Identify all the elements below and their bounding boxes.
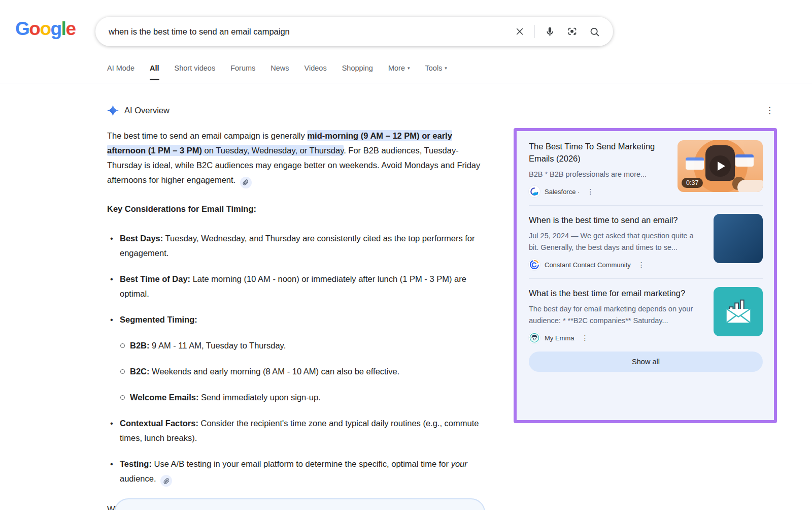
ai-overview-label: AI Overview bbox=[124, 106, 170, 115]
aio-bullet-list: Best Days: Tuesday, Wednesday, and Thurs… bbox=[107, 231, 488, 487]
search-bar[interactable] bbox=[95, 17, 613, 46]
bullet-item: Contextual Factors: Consider the recipie… bbox=[107, 416, 488, 445]
search-divider bbox=[534, 25, 535, 38]
sub-bullet-text: Weekends and early morning (8 AM - 10 AM… bbox=[150, 367, 400, 376]
chevron-down-icon: ▾ bbox=[408, 66, 410, 71]
play-button[interactable] bbox=[709, 155, 731, 177]
source-card-title[interactable]: The Best Time To Send Marketing Emails (… bbox=[529, 140, 668, 165]
video-thumbnail[interactable]: 0:37 bbox=[678, 140, 763, 192]
tab-label: All bbox=[150, 64, 159, 72]
source-name: Salesforce · bbox=[545, 188, 580, 196]
sub-bullet-label: B2B: bbox=[130, 341, 150, 350]
source-card-snippet: The best day for email marketing depends… bbox=[529, 303, 704, 327]
chevron-down-icon: ▾ bbox=[445, 66, 447, 71]
sub-bullet-text: 9 AM - 11 AM, Tuesday to Thursday. bbox=[150, 341, 286, 350]
tab-all[interactable]: All bbox=[150, 64, 159, 80]
envelope-chart-icon bbox=[723, 295, 754, 329]
source-card-text: What is the best time for email marketin… bbox=[529, 287, 704, 343]
card-divider bbox=[529, 205, 763, 206]
source-card-text: When is the best time to send an email?J… bbox=[529, 214, 704, 270]
followup-input-bar[interactable] bbox=[114, 498, 485, 510]
source-name: Constant Contact Community bbox=[545, 261, 631, 269]
card-menu-icon[interactable]: ⋮ bbox=[582, 334, 589, 342]
card-menu-icon[interactable]: ⋮ bbox=[638, 261, 646, 269]
bullet-italic-text: your bbox=[451, 459, 467, 468]
aio-intro: The best time to send an email campaign … bbox=[107, 129, 488, 188]
tab-shopping[interactable]: Shopping bbox=[342, 64, 373, 80]
tabs: AI ModeAllShort videosForumsNewsVideosSh… bbox=[107, 64, 447, 83]
bullet-item: Best Days: Tuesday, Wednesday, and Thurs… bbox=[107, 231, 488, 261]
lens-camera-icon[interactable] bbox=[565, 25, 579, 38]
bullet-label: Best Days: bbox=[120, 234, 163, 243]
tab-label: Videos bbox=[304, 64, 327, 72]
header-divider bbox=[0, 83, 812, 83]
article-thumbnail[interactable] bbox=[714, 287, 763, 336]
google-logo-letter: e bbox=[65, 18, 75, 39]
sub-bullet-item: B2B: 9 AM - 11 AM, Tuesday to Thursday. bbox=[120, 338, 488, 353]
tab-short-videos[interactable]: Short videos bbox=[175, 64, 216, 80]
tab-videos[interactable]: Videos bbox=[304, 64, 327, 80]
tab-label: Forums bbox=[230, 64, 255, 72]
thumbnail-cloud bbox=[737, 180, 763, 192]
source-card-snippet: B2B * B2B professionals are more... bbox=[529, 169, 668, 180]
my-emma-logo-icon bbox=[529, 332, 540, 343]
google-logo-letter: o bbox=[40, 18, 50, 39]
bullet-text: Tuesday, Wednesday, and Thursday are con… bbox=[120, 234, 475, 258]
source-card: When is the best time to send an email?J… bbox=[529, 214, 763, 270]
bullet-label: Best Time of Day: bbox=[120, 274, 190, 283]
tab-forums[interactable]: Forums bbox=[230, 64, 255, 80]
bullet-item: Best Time of Day: Late morning (10 AM - … bbox=[107, 272, 488, 301]
bullet-item: Segmented Timing:B2B: 9 AM - 11 AM, Tues… bbox=[107, 312, 488, 405]
card-menu-icon[interactable]: ⋮ bbox=[587, 187, 594, 196]
show-all-button[interactable]: Show all bbox=[529, 352, 763, 372]
source-card-title[interactable]: When is the best time to send an email? bbox=[529, 214, 704, 226]
source-card: The Best Time To Send Marketing Emails (… bbox=[529, 140, 763, 197]
thumbnail-chat-card bbox=[735, 154, 754, 167]
sub-bullet-label: Welcome Emails: bbox=[130, 393, 198, 402]
google-logo[interactable]: Google bbox=[15, 18, 75, 40]
source-row: Salesforce ·⋮ bbox=[529, 186, 668, 197]
card-divider bbox=[529, 278, 763, 279]
tab-tools[interactable]: Tools▾ bbox=[425, 64, 447, 80]
play-icon bbox=[718, 162, 725, 171]
sidebar-cards: The Best Time To Send Marketing Emails (… bbox=[529, 140, 763, 343]
clear-icon[interactable] bbox=[513, 25, 526, 38]
bullet-item: Testing: Use A/B testing in your email p… bbox=[107, 457, 488, 487]
source-name: My Emma bbox=[545, 334, 574, 342]
ai-overview-menu-icon[interactable]: ⋮ bbox=[765, 105, 774, 116]
sub-bullet-list: B2B: 9 AM - 11 AM, Tuesday to Thursday.B… bbox=[120, 338, 488, 405]
ai-overview-header: AI Overview bbox=[107, 105, 488, 116]
constant-contact-logo-icon bbox=[529, 259, 540, 270]
tab-news[interactable]: News bbox=[270, 64, 289, 80]
citation-link-icon[interactable] bbox=[240, 177, 252, 188]
ai-overview-section: AI Overview The best time to send an ema… bbox=[107, 105, 488, 510]
tab-label: Shopping bbox=[342, 64, 373, 72]
tab-label: Short videos bbox=[175, 64, 216, 72]
search-input[interactable] bbox=[109, 27, 513, 37]
microphone-icon[interactable] bbox=[543, 25, 556, 38]
tab-label: AI Mode bbox=[107, 64, 134, 72]
sub-bullet-label: B2C: bbox=[130, 367, 150, 376]
bullet-text: Use A/B testing in your email platform t… bbox=[152, 459, 451, 468]
bullet-label: Segmented Timing: bbox=[120, 315, 197, 324]
salesforce-logo-icon bbox=[529, 186, 540, 197]
search-icon[interactable] bbox=[588, 25, 601, 38]
tab-more[interactable]: More▾ bbox=[388, 64, 410, 80]
sub-bullet-item: Welcome Emails: Send immediately upon si… bbox=[120, 390, 488, 405]
sub-bullet-item: B2C: Weekends and early morning (8 AM - … bbox=[120, 364, 488, 379]
source-row: Constant Contact Community⋮ bbox=[529, 259, 704, 270]
google-logo-letter: o bbox=[29, 18, 40, 39]
google-search-results-page: Google AI ModeAllShort videosForumsNewsV… bbox=[0, 0, 812, 510]
intro-text: The best time to send an email campaign … bbox=[107, 131, 307, 140]
citation-link-icon[interactable] bbox=[160, 475, 172, 487]
source-card: What is the best time for email marketin… bbox=[529, 287, 763, 343]
source-row: My Emma⋮ bbox=[529, 332, 704, 343]
tab-ai-mode[interactable]: AI Mode bbox=[107, 64, 134, 80]
bullet-label: Contextual Factors: bbox=[120, 419, 198, 428]
google-logo-letter: g bbox=[51, 18, 61, 39]
article-thumbnail[interactable] bbox=[714, 214, 763, 263]
highlighted-text[interactable]: on Tuesday, Wednesday, or Thursday bbox=[202, 145, 344, 156]
tab-label: Tools bbox=[425, 64, 443, 72]
source-card-title[interactable]: What is the best time for email marketin… bbox=[529, 287, 704, 299]
aio-section-heading: Key Considerations for Email Timing: bbox=[107, 203, 488, 215]
